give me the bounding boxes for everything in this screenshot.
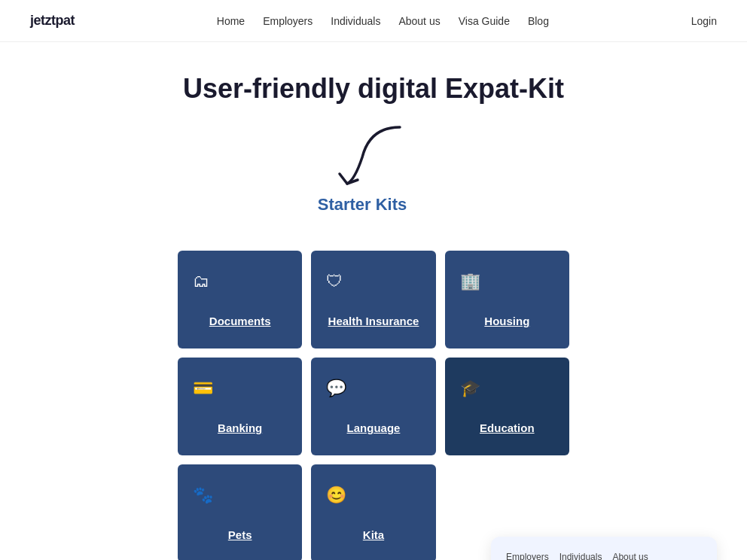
health-insurance-label: Health Insurance — [328, 315, 419, 327]
kits-grid: 🗂 Documents 🛡 Health Insurance 🏢 Housing… — [50, 236, 697, 560]
card-housing[interactable]: 🏢 Housing — [445, 251, 569, 348]
banking-icon: 💳 — [193, 379, 213, 398]
pets-label: Pets — [228, 528, 252, 541]
housing-label: Housing — [484, 315, 529, 327]
documents-label: Documents — [209, 315, 271, 327]
card-pets[interactable]: 🐾 Pets — [178, 464, 302, 560]
arrow-container: Starter Kits — [30, 120, 717, 221]
card-documents[interactable]: 🗂 Documents — [178, 251, 302, 348]
hero-title: User-friendly digital Expat-Kit — [30, 72, 717, 105]
nav-employers[interactable]: Employers — [263, 15, 313, 27]
card-kita[interactable]: 😊 Kita — [311, 464, 435, 560]
language-label: Language — [347, 422, 401, 434]
overlay-panel: Employers Individuals About us Visa Guid… — [491, 537, 717, 560]
arrow-icon — [325, 120, 415, 195]
education-label: Education — [480, 422, 535, 434]
kita-icon: 😊 — [326, 485, 346, 505]
nav-home[interactable]: Home — [217, 15, 245, 27]
brand-logo[interactable]: jetztpat — [30, 13, 75, 29]
documents-icon: 🗂 — [193, 272, 209, 291]
overlay-nav-individuals[interactable]: Individuals — [559, 552, 602, 560]
kita-label: Kita — [363, 528, 384, 541]
nav-visa[interactable]: Visa Guide — [459, 15, 510, 27]
nav-individuals[interactable]: Individuals — [331, 15, 380, 27]
card-language[interactable]: 💬 Language — [311, 358, 435, 455]
overlay-nav-employers[interactable]: Employers — [506, 552, 549, 560]
navbar: jetztpat Home Employers Individuals Abou… — [0, 0, 747, 42]
card-education[interactable]: 🎓 Education — [445, 358, 569, 455]
nav-links: Home Employers Individuals About us Visa… — [217, 15, 549, 27]
hero-section: User-friendly digital Expat-Kit Starter … — [0, 42, 747, 236]
language-icon: 💬 — [326, 379, 346, 398]
housing-icon: 🏢 — [460, 272, 480, 291]
education-icon: 🎓 — [460, 379, 480, 398]
health-insurance-icon: 🛡 — [326, 272, 343, 291]
nav-about[interactable]: About us — [398, 15, 440, 27]
card-banking[interactable]: 💳 Banking — [178, 358, 302, 455]
overlay-nav: Employers Individuals About us Visa Guid… — [506, 552, 702, 560]
pets-icon: 🐾 — [193, 485, 213, 505]
overlay-nav-about[interactable]: About us — [612, 552, 648, 560]
starter-kits-label: Starter Kits — [318, 195, 407, 215]
card-health-insurance[interactable]: 🛡 Health Insurance — [311, 251, 435, 348]
nav-blog[interactable]: Blog — [528, 15, 549, 27]
login-button[interactable]: Login — [691, 15, 717, 27]
banking-label: Banking — [218, 422, 262, 434]
